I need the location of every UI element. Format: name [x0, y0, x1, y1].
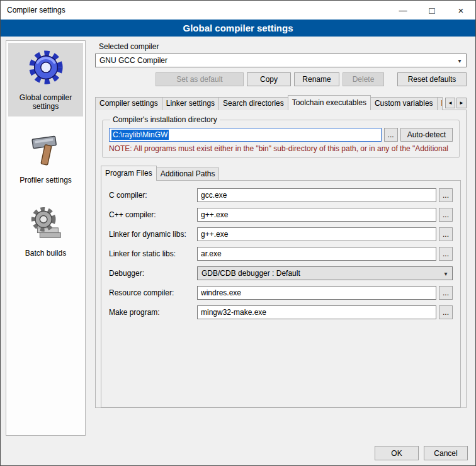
window-controls: — □ × [388, 1, 475, 20]
make-program-browse-button[interactable]: ... [439, 305, 453, 319]
copy-button[interactable]: Copy [247, 72, 291, 86]
sidebar-item-global-compiler-settings[interactable]: Global compiler settings [8, 43, 83, 116]
minimize-button[interactable]: — [388, 1, 417, 20]
install-dir-browse-button[interactable]: ... [384, 128, 398, 142]
install-dir-value: C:\raylib\MinGW [111, 130, 169, 140]
reset-defaults-button[interactable]: Reset defaults [397, 72, 467, 86]
blue-gear-icon [26, 49, 65, 88]
debugger-dropdown[interactable]: GDB/CDB debugger : Default ▾ [197, 266, 453, 280]
sidebar-item-label: Global compiler settings [9, 93, 82, 111]
resource-compiler-input[interactable] [197, 286, 436, 300]
field-label: Linker for dynamic libs: [109, 230, 197, 239]
make-program-input[interactable] [197, 305, 436, 319]
tab-scroll-right-button[interactable]: ► [456, 98, 467, 108]
sidebar-item-label: Profiler settings [20, 176, 72, 185]
field-row-dynamic-linker: Linker for dynamic libs: ... [109, 227, 453, 241]
field-row-make-program: Make program: ... [109, 305, 453, 319]
field-label: Make program: [109, 308, 197, 317]
tab-compiler-settings[interactable]: Compiler settings [95, 97, 162, 110]
chevron-down-icon: ▾ [441, 270, 451, 277]
dialog-banner: Global compiler settings [1, 20, 475, 37]
install-dir-group: Compiler's installation directory C:\ray… [102, 115, 460, 158]
cpp-compiler-browse-button[interactable]: ... [439, 208, 453, 222]
install-dir-row: C:\raylib\MinGW ... Auto-detect [109, 128, 453, 142]
static-linker-browse-button[interactable]: ... [439, 247, 453, 261]
maximize-icon: □ [429, 5, 434, 16]
static-linker-input[interactable] [197, 247, 436, 261]
field-label: C++ compiler: [109, 210, 197, 219]
tab-search-directories[interactable]: Search directories [218, 97, 288, 110]
compiler-actions: Set as default Copy Rename Delete Reset … [95, 72, 467, 86]
settings-category-list: Global compiler settings Profiler settin… [6, 40, 86, 436]
close-button[interactable]: × [446, 1, 475, 20]
selected-compiler-label: Selected compiler [99, 42, 467, 51]
set-as-default-button: Set as default [156, 72, 244, 86]
chevron-down-icon: ▾ [455, 57, 465, 64]
field-row-cpp-compiler: C++ compiler: ... [109, 208, 453, 222]
gray-gear-stack-icon [26, 205, 65, 244]
tab-toolchain-executables[interactable]: Toolchain executables [288, 95, 371, 110]
field-row-c-compiler: C compiler: ... [109, 188, 453, 202]
dialog-banner-title: Global compiler settings [183, 23, 293, 33]
debugger-value: GDB/CDB debugger : Default [201, 269, 441, 278]
minimize-icon: — [399, 6, 407, 15]
cpp-compiler-input[interactable] [197, 208, 436, 222]
field-row-debugger: Debugger: GDB/CDB debugger : Default ▾ [109, 266, 453, 280]
program-files-panel: C compiler: ... C++ compiler: ... [101, 180, 461, 407]
field-row-resource-compiler: Resource compiler: ... [109, 286, 453, 300]
sidebar-item-batch-builds[interactable]: Batch builds [8, 198, 83, 263]
install-dir-input[interactable]: C:\raylib\MinGW [109, 128, 382, 142]
c-compiler-browse-button[interactable]: ... [439, 188, 453, 202]
close-icon: × [458, 5, 464, 16]
field-label: C compiler: [109, 191, 197, 200]
compiler-settings-dialog: Compiler settings — □ × Global compiler … [0, 0, 476, 466]
selected-compiler-value: GNU GCC Compiler [99, 56, 455, 65]
field-row-static-linker: Linker for static libs: ... [109, 247, 453, 261]
ok-button[interactable]: OK [375, 446, 419, 460]
cancel-button[interactable]: Cancel [424, 446, 468, 460]
delete-button: Delete [343, 72, 384, 86]
field-label: Linker for static libs: [109, 249, 197, 258]
dialog-footer: OK Cancel [375, 446, 468, 460]
tab-build-options-clipped[interactable]: Buil [437, 97, 443, 110]
resource-compiler-browse-button[interactable]: ... [439, 286, 453, 300]
dynamic-linker-input[interactable] [197, 227, 436, 241]
tab-scroll-left-button[interactable]: ◄ [445, 98, 455, 108]
compiler-settings-tabs: Compiler settings Linker settings Search… [95, 95, 467, 110]
install-dir-legend: Compiler's installation directory [110, 115, 220, 124]
program-files-tabs: Program Files Additional Paths [101, 166, 461, 181]
sidebar-item-profiler-settings[interactable]: Profiler settings [8, 125, 83, 190]
c-compiler-input[interactable] [197, 188, 436, 202]
selected-compiler-dropdown[interactable]: GNU GCC Compiler ▾ [95, 54, 467, 67]
install-dir-note: NOTE: All programs must exist either in … [109, 144, 453, 153]
rename-button[interactable]: Rename [294, 72, 339, 86]
tab-scroll-buttons: ◄ ► [445, 98, 467, 108]
titlebar[interactable]: Compiler settings — □ × [1, 1, 475, 20]
subtab-additional-paths[interactable]: Additional Paths [156, 168, 220, 181]
field-label: Debugger: [109, 269, 197, 278]
window-title: Compiler settings [1, 6, 388, 14]
subtab-program-files[interactable]: Program Files [101, 166, 157, 181]
sidebar-item-label: Batch builds [25, 249, 66, 258]
dialog-body: Global compiler settings Profiler settin… [1, 37, 475, 465]
toolchain-executables-panel: Compiler's installation directory C:\ray… [95, 110, 467, 408]
main-panel: Selected compiler GNU GCC Compiler ▾ Set… [95, 42, 467, 408]
dynamic-linker-browse-button[interactable]: ... [439, 227, 453, 241]
field-label: Resource compiler: [109, 288, 197, 297]
maximize-button[interactable]: □ [417, 1, 446, 20]
tab-linker-settings[interactable]: Linker settings [162, 97, 219, 110]
tab-custom-variables[interactable]: Custom variables [370, 97, 438, 110]
profiler-tool-icon [26, 132, 65, 171]
auto-detect-button[interactable]: Auto-detect [400, 128, 453, 142]
